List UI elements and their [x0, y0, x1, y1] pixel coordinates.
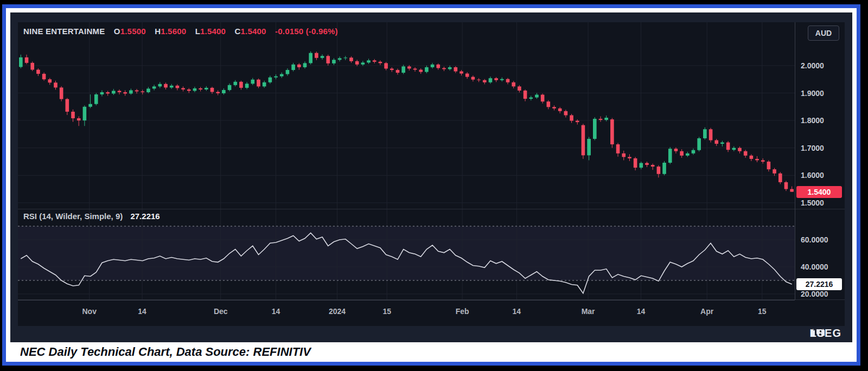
time-tick-label: 14 — [138, 307, 146, 316]
currency-badge[interactable]: AUD — [808, 25, 839, 41]
candle-body — [686, 153, 690, 156]
change-value: -0.0150 (-0.96%) — [275, 27, 338, 36]
time-tick-label: Apr — [700, 307, 713, 316]
candle-body — [489, 78, 493, 82]
candle-body — [570, 115, 573, 120]
price-tick-label: 1.8000 — [801, 116, 824, 125]
candle-body — [761, 160, 765, 162]
price-tick-label: 1.7000 — [801, 143, 824, 153]
rsi-tick-label: 60.0000 — [801, 235, 828, 245]
candle-body — [657, 167, 661, 174]
price-tick-label: 2.0000 — [801, 61, 824, 71]
rsi-last-value-badge: 27.2216 — [796, 278, 842, 290]
candle-body — [152, 86, 156, 88]
blue-frame: NINE ENTERTAINME O1.5500 H1.5600 L1.5400… — [2, 4, 860, 366]
candle-body — [541, 95, 545, 102]
candle-body — [564, 111, 568, 116]
instrument-legend[interactable]: NINE ENTERTAINME O1.5500 H1.5600 L1.5400… — [23, 27, 338, 36]
time-tick-label: 2024 — [329, 307, 346, 316]
page: NINE ENTERTAINME O1.5500 H1.5600 L1.5400… — [0, 0, 868, 371]
candle-body — [286, 70, 290, 74]
candle-body — [738, 148, 742, 151]
time-axis[interactable]: Nov14Dec14202415Feb14Mar14Apr15 — [18, 300, 795, 327]
time-tick-label: Mar — [582, 307, 595, 316]
candle-body — [257, 80, 260, 87]
candle-body — [280, 74, 284, 76]
close-label: C — [235, 27, 241, 36]
candle-body — [628, 157, 631, 158]
candle-body — [181, 88, 185, 89]
candle-body — [269, 78, 272, 82]
candle-body — [66, 99, 69, 112]
candle-body — [158, 84, 162, 87]
chart-panel[interactable]: NINE ENTERTAINME O1.5500 H1.5600 L1.5400… — [18, 22, 845, 326]
candle-body — [726, 143, 730, 150]
candle-body — [680, 151, 684, 156]
candle-body — [164, 84, 168, 88]
rsi-legend[interactable]: RSI (14, Wilder, Simple, 9) 27.2216 — [23, 212, 160, 221]
candle-body — [390, 68, 394, 70]
price-axis-column[interactable]: 1.5400 27.2216 2.00001.90001.80001.70001… — [795, 22, 845, 300]
time-tick-label: 14 — [637, 307, 646, 316]
candle-body — [518, 86, 521, 91]
candle-body — [187, 89, 191, 91]
candle-body — [529, 98, 533, 99]
candle-body — [425, 67, 429, 72]
candle-body — [471, 77, 475, 80]
candle-body — [338, 58, 342, 60]
candle-body — [141, 91, 144, 92]
candle-body — [30, 63, 34, 70]
high-value: 1.5600 — [161, 27, 186, 36]
candle-body — [245, 84, 249, 88]
candle-body — [228, 85, 232, 90]
candle-body — [634, 158, 637, 168]
candle-body — [100, 92, 104, 94]
candle-body — [587, 139, 591, 155]
rsi-pane[interactable]: RSI (14, Wilder, Simple, 9) 27.2216 — [18, 209, 795, 299]
candle-body — [94, 94, 98, 104]
candle-body — [205, 88, 208, 89]
time-tick-label: 15 — [382, 307, 391, 316]
price-tick-label: 1.6000 — [801, 170, 824, 180]
price-pane[interactable] — [18, 22, 795, 209]
candle-body — [645, 163, 649, 165]
candle-body — [146, 88, 150, 92]
candle-body — [42, 74, 46, 79]
candle-body — [309, 53, 312, 63]
open-value: 1.5500 — [120, 27, 146, 36]
candle-body — [448, 67, 452, 69]
candle-body — [703, 129, 707, 138]
rsi-tick-label: 20.0000 — [801, 289, 828, 299]
time-tick-label: 14 — [513, 307, 521, 316]
candle-body — [500, 79, 504, 80]
candle-body — [193, 88, 197, 91]
candle-body — [674, 149, 678, 151]
chart-application-window: NINE ENTERTAINME O1.5500 H1.5600 L1.5400… — [10, 12, 852, 342]
candle-body — [512, 82, 515, 87]
candle-body — [48, 79, 52, 82]
candle-body — [361, 62, 365, 65]
candle-body — [407, 66, 411, 68]
candle-body — [83, 107, 87, 120]
candle-body — [413, 68, 417, 69]
price-tick-label: 1.9000 — [801, 88, 824, 98]
chart-caption: NEC Daily Technical Chart, Data Source: … — [20, 343, 725, 361]
candle-body — [419, 70, 423, 72]
candle-body — [599, 119, 603, 120]
candle-body — [251, 80, 254, 84]
candle-body — [396, 70, 400, 73]
candle-body — [709, 129, 713, 140]
candle-body — [773, 169, 776, 174]
candle-body — [552, 107, 556, 108]
candle-body — [720, 143, 724, 144]
candle-body — [744, 151, 748, 156]
candle-body — [651, 165, 655, 167]
candle-body — [233, 82, 237, 85]
candle-body — [477, 80, 481, 80]
high-label: H — [155, 27, 161, 36]
candle-body — [216, 92, 220, 93]
candle-body — [222, 90, 226, 93]
candle-body — [582, 125, 585, 156]
candle-body — [662, 163, 666, 174]
open-label: O — [114, 27, 120, 36]
